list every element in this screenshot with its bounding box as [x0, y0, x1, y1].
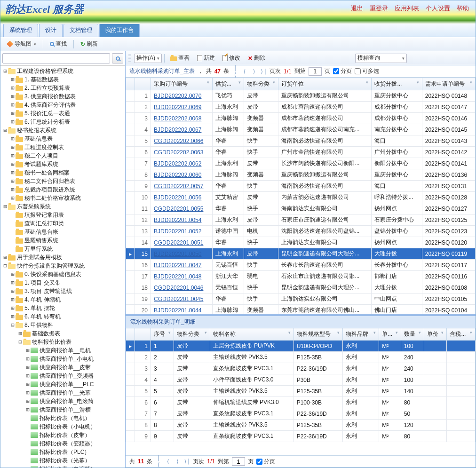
table-row[interactable]: 12BJDD202201.0054上海永利皮带石家庄市庄韵速递有限公司石家庄分拨…: [126, 214, 476, 226]
tree-node[interactable]: ⊞秘书一处合同档案: [0, 168, 125, 177]
tree-node[interactable]: ⊞3. 项目 皮带输送线: [0, 287, 125, 295]
tree-node[interactable]: ⊞用于测试备用模板: [0, 253, 125, 262]
table-row[interactable]: 20BJDD202201.0044上海脉阔变频器东莞市莞韵速递有限公司佛山...…: [126, 305, 476, 315]
tree-node[interactable]: ⊞0. 快设采购基础信息表: [0, 270, 125, 278]
tree-toggle[interactable]: ⊞: [10, 93, 16, 100]
page-input[interactable]: [309, 67, 322, 76]
link-logout[interactable]: 退出: [351, 4, 363, 13]
table-row[interactable]: 2BJDD202202.0069上海永利皮带成都市蓉韵速递有限公司成都分拨中心2…: [126, 102, 476, 113]
tree-toggle[interactable]: ⊞: [2, 68, 8, 74]
tree-node[interactable]: ⊞总裁办项目跟进系统: [0, 185, 125, 194]
tree-node[interactable]: ⊞秘书二处价格审核系统: [0, 194, 125, 202]
chk-multi[interactable]: 可多选: [355, 67, 379, 75]
chk-split[interactable]: 分页: [333, 67, 352, 75]
tree-node[interactable]: ⊞考试题库系统: [0, 160, 125, 168]
btn-ops[interactable]: 操作(A)▾: [134, 54, 162, 63]
tree-toggle[interactable]: ⊞: [10, 305, 16, 311]
tree-toggle[interactable]: ⊞: [10, 102, 16, 108]
page-last[interactable]: ⟩|: [260, 68, 267, 75]
table-row[interactable]: 10BJDD202201.0056艾艾精密皮带内蒙古韵必达速递有限公司呼和浩特分…: [126, 192, 476, 203]
tree-toggle[interactable]: ⊞: [25, 347, 31, 354]
grid-master[interactable]: 采购订单编号▾供货...▾物料分类▾订货单位▾收货分拨...▾需求申请单编号▾1…: [126, 78, 476, 314]
col-header[interactable]: 单...▾: [379, 328, 401, 341]
tree-node[interactable]: 查询汇总打印类: [0, 219, 125, 228]
tree-toggle[interactable]: ⊞: [10, 119, 16, 125]
link-help[interactable]: 帮助: [457, 4, 469, 13]
tree-toggle[interactable]: ⊞: [10, 178, 16, 184]
order-link[interactable]: CGDD202201.0045: [154, 296, 203, 302]
tree-node[interactable]: ⊞基础信息表: [0, 135, 125, 143]
col-header[interactable]: [135, 78, 151, 90]
order-link[interactable]: BJDD202201.0050: [154, 251, 201, 257]
tree-toggle[interactable]: ⊟: [2, 127, 8, 134]
tree-toggle[interactable]: ⊞: [17, 330, 23, 337]
table-row[interactable]: 55皮带主输送线皮带 PVK3.5P125-35B永利M²140: [126, 386, 476, 397]
order-link[interactable]: CGDD202201.0046: [154, 285, 203, 291]
order-link[interactable]: BJDD202201.0056: [154, 194, 201, 201]
tree-toggle[interactable]: ⊞: [10, 296, 16, 303]
tree-toggle[interactable]: ⊞: [10, 152, 16, 159]
table-row[interactable]: 19CGDD202201.0045华睿快手上海韵达实业有限公司中山网点2022H…: [126, 293, 476, 305]
btn-search[interactable]: 查找: [47, 38, 70, 50]
tree-toggle[interactable]: ⊞: [10, 313, 16, 320]
tree-toggle[interactable]: ⊞: [2, 254, 8, 261]
order-link[interactable]: CGDD202202.0057: [154, 183, 203, 190]
tree-toggle[interactable]: ⊟: [10, 322, 16, 328]
table-row[interactable]: 6CGDD202202.0063华睿快手广州市金韵快递有限公司广州分拨中心202…: [126, 147, 476, 158]
tree-node[interactable]: ⊞5. 报价汇总一表通: [0, 109, 125, 118]
tree-node[interactable]: ⊟8. 甲供物料: [0, 321, 125, 329]
tree-node[interactable]: 招标比价表（小电机）: [0, 422, 125, 431]
tab-system[interactable]: 系统管理: [3, 24, 38, 37]
tree-toggle[interactable]: ⊞: [10, 169, 16, 176]
tree-toggle[interactable]: ⊟: [2, 262, 8, 269]
tab-docs[interactable]: 文档管理: [63, 24, 98, 37]
tree-toggle[interactable]: ⊟: [17, 339, 23, 345]
tree-toggle[interactable]: ⊞: [10, 110, 16, 117]
tree-node[interactable]: ⊞1. 基础数据表: [0, 75, 125, 84]
order-link[interactable]: BJDD202202.0060: [154, 172, 201, 178]
table-row[interactable]: 1BJDD202202.0070飞优巧皮带重庆畅韵装卸搬运有限公司重庆分拨中心2…: [126, 90, 476, 102]
btn-nav[interactable]: 导航图▾: [3, 38, 40, 50]
tree-node[interactable]: 招标比价表（光幕）: [0, 456, 125, 465]
tree-toggle[interactable]: ⊞: [10, 279, 16, 286]
tree-toggle[interactable]: ⊞: [10, 85, 16, 91]
page-next[interactable]: ⟩: [251, 68, 257, 75]
btn-view[interactable]: 查看: [167, 52, 193, 64]
col-header[interactable]: 物料分类▾: [244, 78, 278, 90]
tree-toggle[interactable]: ⊞: [25, 356, 31, 362]
table-row[interactable]: 88皮带主输送线皮带 PVK3.5P125-35B永利M²120: [126, 420, 476, 431]
order-link[interactable]: CGDD202201.0055: [154, 206, 203, 212]
page-first[interactable]: |⟨: [232, 65, 238, 78]
tree-node[interactable]: 招标比价表（电机）: [0, 414, 125, 422]
col-header[interactable]: [126, 328, 135, 341]
col-header[interactable]: 物料分类▾: [174, 328, 210, 341]
order-link[interactable]: BJDD202201.0047: [154, 262, 201, 269]
tab-design[interactable]: 设计: [39, 24, 63, 37]
tree-node[interactable]: ⊞供应商报价单__光幕: [0, 389, 125, 397]
table-row[interactable]: 18CGDD202201.0046无锡百恒快手昆明金韵速递有限公司大理分...大…: [126, 282, 476, 293]
col-header[interactable]: 需求申请单编号▾: [422, 78, 475, 90]
tree-search-input[interactable]: [2, 53, 110, 63]
tree-node[interactable]: ⊞供应商报价单__电机: [0, 346, 125, 355]
table-row[interactable]: ▸15BJDD202201.0050上海永利皮带昆明金韵速递有限公司大理分...…: [126, 248, 476, 260]
nav-tree[interactable]: ⊞工程建设价格管理系统⊞1. 基础数据表⊞2. 工程立项预算表⊞3. 供应商报价…: [0, 66, 125, 468]
tree-toggle[interactable]: ⊞: [10, 144, 16, 151]
tree-node[interactable]: 万里行系统: [0, 245, 125, 253]
col-header[interactable]: [126, 78, 135, 90]
order-link[interactable]: CGDD202202.0066: [154, 138, 203, 144]
tree-node[interactable]: ⊞工程进度控制表: [0, 143, 125, 151]
dpage-prev[interactable]: ⟨: [165, 458, 171, 465]
tree-node[interactable]: ⊟物料报价比价表: [0, 338, 125, 346]
tree-node[interactable]: ⊞秘二个人项目: [0, 151, 125, 160]
link-relogin[interactable]: 重登录: [370, 4, 388, 13]
tree-node[interactable]: ⊞1. 项目 交叉带: [0, 278, 125, 287]
tree-toggle[interactable]: ⊞: [25, 373, 31, 379]
tree-toggle[interactable]: ⊞: [25, 398, 31, 405]
btn-edit[interactable]: 修改: [219, 52, 244, 64]
col-header[interactable]: 单价▾: [424, 328, 447, 341]
tree-node[interactable]: 基础信息台帐: [0, 228, 125, 236]
dpage-first[interactable]: |⟨: [155, 455, 162, 468]
tree-node[interactable]: ⊞5. 单机 摆轮: [0, 304, 125, 312]
tree-toggle[interactable]: ⊞: [10, 76, 16, 83]
tree-node[interactable]: ⊞6. 单机 转弯机: [0, 312, 125, 321]
